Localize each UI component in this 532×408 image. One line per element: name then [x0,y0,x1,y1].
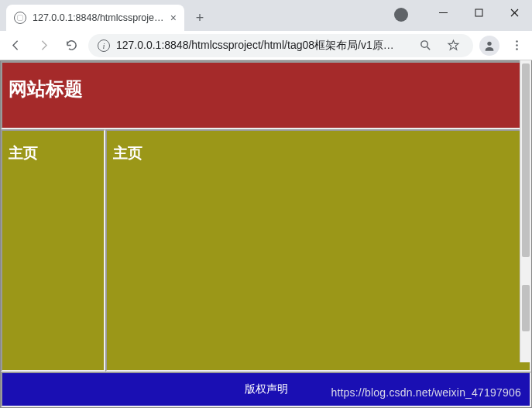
window-minimize-button[interactable] [425,0,461,25]
site-title: 网站标题 [2,63,530,115]
svg-point-2 [487,41,491,45]
new-tab-button[interactable]: + [189,7,211,29]
profile-avatar-button[interactable] [479,36,499,56]
frame-nav: 主页 [1,129,105,372]
back-button[interactable] [5,35,26,57]
globe-icon [14,12,26,24]
svg-point-4 [516,44,518,46]
forward-button[interactable] [33,35,54,57]
bookmark-star-icon[interactable] [442,35,464,57]
scrollbar-thumb[interactable] [522,63,530,257]
svg-point-1 [420,41,427,48]
footer-text: 版权声明 [245,382,288,396]
search-icon[interactable] [414,35,436,57]
page-frameset: 网站标题 主页 主页 版权声明 [0,60,532,408]
tab-title: 127.0.0.1:8848/htmlcssproject/ [33,12,164,23]
nav-heading: 主页 [2,131,104,175]
browser-tab[interactable]: 127.0.0.1:8848/htmlcssproject/ × [6,5,184,31]
main-heading: 主页 [107,131,530,175]
frame-main: 主页 [105,129,531,372]
close-tab-icon[interactable]: × [170,12,177,23]
svg-rect-0 [475,9,482,16]
kebab-menu-icon[interactable] [506,35,527,57]
window-close-button[interactable] [496,0,532,25]
window-maximize-button[interactable] [461,0,496,25]
svg-point-3 [516,40,518,43]
site-info-icon[interactable]: i [98,39,110,52]
address-bar[interactable]: i 127.0.0.1:8848/htmlcssproject/html/tag… [88,34,473,57]
scrollbar-thumb[interactable] [522,285,530,331]
reload-button[interactable] [60,35,82,57]
frame-footer: 版权声明 [1,372,531,407]
url-text: 127.0.0.1:8848/htmlcssproject/html/tag08… [116,39,408,53]
scrollbar-vertical[interactable] [520,60,531,362]
frame-header: 网站标题 [1,61,531,129]
profile-indicator-icon [394,8,408,22]
svg-point-5 [516,48,518,50]
